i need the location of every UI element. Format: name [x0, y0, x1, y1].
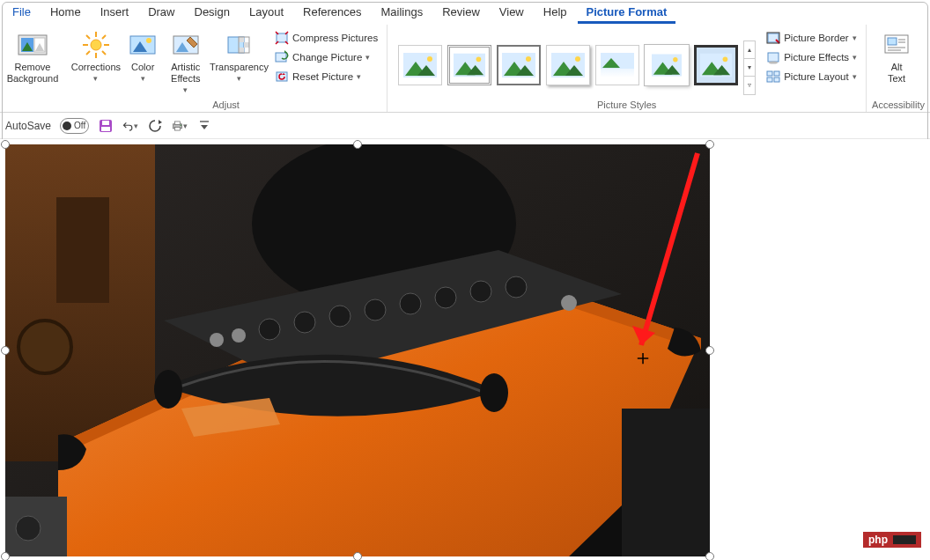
- svg-marker-79: [201, 125, 208, 129]
- gallery-scroll: ▴ ▾ ▿: [743, 41, 756, 95]
- style-preset-3[interactable]: [497, 45, 541, 85]
- svg-point-93: [400, 293, 421, 314]
- chevron-down-icon: ▾: [183, 85, 188, 96]
- transparency-label: Transparency: [210, 62, 269, 73]
- transparency-button[interactable]: Transparency ▾: [209, 26, 269, 85]
- svg-point-36: [476, 56, 482, 62]
- autosave-toggle[interactable]: Off: [60, 118, 89, 134]
- svg-point-51: [673, 57, 677, 62]
- svg-line-11: [102, 51, 106, 55]
- compress-label: Compress Pictures: [292, 33, 378, 43]
- document-canvas[interactable]: ＋ php: [0, 139, 930, 560]
- group-label-accessibility: Accessibility: [872, 98, 925, 112]
- svg-point-91: [329, 306, 351, 327]
- tab-file[interactable]: File: [4, 2, 40, 24]
- tab-view[interactable]: View: [491, 2, 533, 24]
- svg-point-16: [146, 38, 151, 43]
- corrections-label: Corrections: [71, 62, 121, 73]
- resize-handle-middle-right[interactable]: [705, 346, 714, 355]
- svg-rect-22: [239, 48, 244, 53]
- chevron-down-icon: ▾: [134, 122, 138, 130]
- picture-effects-button[interactable]: Picture Effects ▾: [763, 48, 860, 67]
- undo-button[interactable]: ▾: [122, 118, 138, 134]
- picture-effects-label: Picture Effects: [784, 52, 849, 63]
- style-preset-4[interactable]: [546, 45, 590, 85]
- tab-layout[interactable]: Layout: [240, 2, 292, 24]
- gallery-scroll-down[interactable]: ▾: [744, 59, 755, 77]
- picture-border-button[interactable]: Picture Border ▾: [763, 28, 860, 48]
- svg-point-59: [769, 62, 778, 64]
- style-preset-7[interactable]: [694, 45, 738, 85]
- svg-rect-83: [56, 197, 109, 303]
- change-picture-button[interactable]: Change Picture ▾: [271, 48, 381, 67]
- artistic-effects-button[interactable]: Artistic Effects ▾: [165, 26, 207, 96]
- svg-point-97: [210, 333, 224, 347]
- color-button[interactable]: Color ▾: [123, 26, 163, 85]
- group-label-styles: Picture Styles: [393, 98, 860, 112]
- change-picture-icon: [275, 50, 289, 64]
- gallery-expand[interactable]: ▿: [744, 77, 755, 93]
- ribbon-tabstrip: File Home Insert Draw Design Layout Refe…: [0, 0, 930, 25]
- resize-handle-top-middle[interactable]: [353, 140, 362, 149]
- resize-handle-bottom-right[interactable]: [705, 552, 714, 560]
- tab-design[interactable]: Design: [186, 2, 239, 24]
- watermark-bar: [893, 535, 916, 544]
- picture-styles-gallery: ▴ ▾ ▿: [393, 26, 761, 98]
- style-preset-1[interactable]: [398, 45, 442, 85]
- watermark-text: php: [868, 534, 888, 546]
- remove-background-icon: [18, 30, 48, 60]
- svg-rect-60: [767, 71, 772, 76]
- style-preset-5[interactable]: [595, 45, 639, 85]
- alt-text-button[interactable]: Alt Text: [872, 26, 921, 85]
- save-button[interactable]: [98, 118, 114, 134]
- style-preset-6[interactable]: [645, 45, 689, 85]
- resize-handle-middle-left[interactable]: [1, 346, 10, 355]
- compress-pictures-button[interactable]: Compress Pictures: [271, 28, 381, 48]
- resize-handle-top-left[interactable]: [1, 140, 10, 149]
- chevron-down-icon: ▾: [93, 73, 98, 85]
- svg-rect-61: [774, 71, 779, 76]
- tab-picture-format[interactable]: Picture Format: [578, 2, 676, 24]
- style-preset-2[interactable]: [447, 45, 491, 85]
- svg-line-13: [86, 51, 90, 55]
- svg-point-94: [435, 287, 456, 308]
- tab-mailings[interactable]: Mailings: [373, 2, 432, 24]
- toggle-knob: [63, 122, 71, 130]
- tab-review[interactable]: Review: [433, 2, 489, 24]
- svg-rect-75: [175, 121, 181, 124]
- remove-background-button[interactable]: Remove Background: [5, 26, 60, 85]
- tab-home[interactable]: Home: [41, 2, 90, 24]
- qat-customize[interactable]: [196, 118, 212, 134]
- printer-icon: [172, 119, 183, 133]
- svg-point-90: [294, 312, 315, 333]
- svg-rect-58: [768, 53, 779, 62]
- print-button[interactable]: ▾: [172, 118, 188, 134]
- picture-layout-button[interactable]: Picture Layout ▾: [763, 67, 860, 86]
- redo-button[interactable]: [147, 118, 163, 134]
- svg-point-92: [365, 299, 386, 321]
- svg-rect-24: [277, 33, 287, 42]
- resize-handle-top-right[interactable]: [705, 140, 714, 149]
- chevron-down-icon: ▾: [852, 72, 857, 81]
- gallery-scroll-up[interactable]: ▴: [744, 41, 755, 59]
- svg-marker-73: [159, 120, 162, 124]
- tab-help[interactable]: Help: [535, 2, 576, 24]
- tab-references[interactable]: References: [294, 2, 370, 24]
- tab-insert[interactable]: Insert: [92, 2, 138, 24]
- svg-rect-25: [276, 53, 286, 62]
- svg-point-55: [723, 56, 728, 62]
- chevron-down-icon: ▾: [183, 122, 188, 130]
- corrections-button[interactable]: Corrections ▾: [70, 26, 122, 85]
- svg-line-10: [86, 35, 90, 39]
- reset-picture-button[interactable]: Reset Picture ▾: [271, 67, 381, 86]
- resize-handle-bottom-middle[interactable]: [353, 552, 362, 560]
- svg-rect-105: [622, 409, 710, 556]
- reset-picture-label: Reset Picture: [292, 71, 353, 82]
- svg-line-12: [102, 35, 106, 39]
- tab-draw[interactable]: Draw: [139, 2, 183, 24]
- watermark-badge: php: [863, 532, 921, 548]
- compress-icon: [275, 31, 289, 45]
- resize-handle-bottom-left[interactable]: [1, 552, 10, 560]
- svg-point-89: [259, 319, 280, 340]
- selected-picture[interactable]: ＋: [5, 144, 710, 556]
